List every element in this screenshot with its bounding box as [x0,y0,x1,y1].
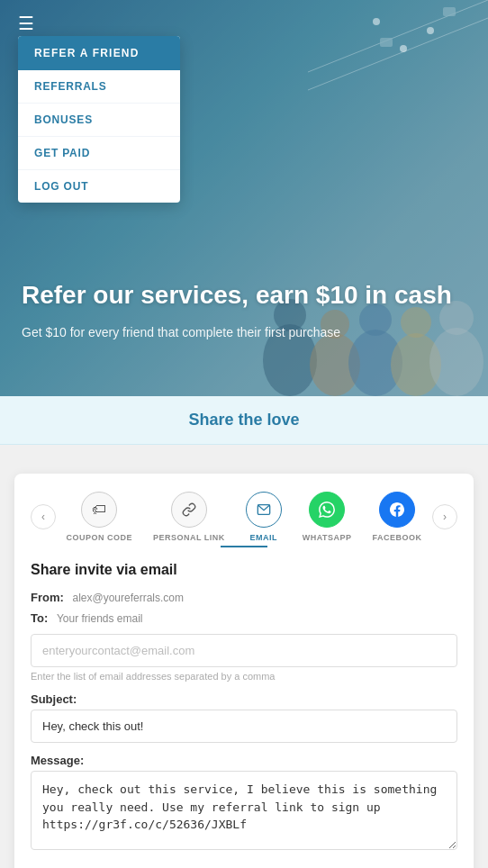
from-row: From: alex@youreferrals.com [31,591,457,604]
personal-link-label: Personal Link [153,533,225,542]
email-icon [246,492,282,528]
tab-email[interactable]: Email [240,492,287,542]
tab-personal-link[interactable]: Personal Link [148,492,230,542]
whatsapp-icon [309,492,345,528]
hero-title: Refer our services, earn $10 in cash [22,279,466,311]
tabs-row: ‹ 🏷 Coupon Code Personal Link [31,492,457,542]
main-card: ‹ 🏷 Coupon Code Personal Link [14,474,474,868]
whatsapp-label: WhatsApp [303,533,352,542]
email-form: Share invite via email From: alex@youref… [31,562,457,854]
tab-indicator-facebook [366,546,412,547]
personal-link-icon [171,492,207,528]
email-input-group: Enter the list of email addresses separa… [31,634,457,682]
dropdown-menu: Refer a Friend REFERRALS BONUSES GET PAI… [18,36,180,203]
tab-indicator-email [221,546,267,547]
to-placeholder-text: Your friends email [57,612,143,625]
email-label: Email [249,533,277,542]
to-label: To: [31,611,48,625]
tab-whatsapp[interactable]: WhatsApp [297,492,357,542]
to-row: To: Your friends email [31,611,457,625]
email-hint: Enter the list of email addresses separa… [31,671,457,682]
dropdown-item-bonuses[interactable]: BONUSES [18,104,180,137]
tab-facebook[interactable]: Facebook [366,492,427,542]
dropdown-item-get-paid[interactable]: GET PAID [18,137,180,170]
hero-subtitle: Get $10 for every friend that complete t… [22,323,364,342]
from-value: alex@youreferrals.com [72,592,184,604]
coupon-code-label: Coupon Code [66,533,132,542]
facebook-icon [379,492,415,528]
dropdown-item-referrals[interactable]: REFERRALS [18,70,180,104]
section-title: Share invite via email [31,562,457,578]
hero-content: Refer our services, earn $10 in cash Get… [22,279,466,342]
dropdown-item-log-out[interactable]: LOG OUT [18,170,180,203]
message-group: Message: Hey, check out this service, I … [31,754,457,854]
tabs-inner: 🏷 Coupon Code Personal Link [56,492,432,542]
message-label: Message: [31,754,457,767]
dropdown-header: Refer a Friend [18,36,180,70]
from-label: From: [31,591,64,604]
tab-indicator-whatsapp [293,546,339,547]
share-banner-text: Share the love [188,411,299,429]
tab-coupon-code[interactable]: 🏷 Coupon Code [60,492,138,542]
tabs-next-arrow[interactable]: › [432,504,457,529]
share-banner: Share the love [0,396,488,445]
email-input[interactable] [31,634,457,667]
tab-indicator-personal-link [149,546,195,547]
facebook-label: Facebook [372,533,421,542]
subject-input[interactable] [31,710,457,743]
message-textarea[interactable]: Hey, check out this service, I believe t… [31,771,457,850]
hero-section: ☰ Refer a Friend REFERRALS BONUSES GET P… [0,0,488,396]
gap-spacer [0,445,488,459]
tab-indicator-coupon [76,546,122,547]
navbar: ☰ Refer a Friend REFERRALS BONUSES GET P… [0,0,488,45]
subject-group: Subject: [31,692,457,743]
chevron-right-icon: › [443,511,447,523]
tab-indicators [31,546,457,547]
tabs-prev-arrow[interactable]: ‹ [31,504,56,529]
subject-label: Subject: [31,692,457,706]
chevron-left-icon: ‹ [41,511,45,523]
coupon-code-icon: 🏷 [81,492,117,528]
hamburger-icon[interactable]: ☰ [18,14,34,32]
